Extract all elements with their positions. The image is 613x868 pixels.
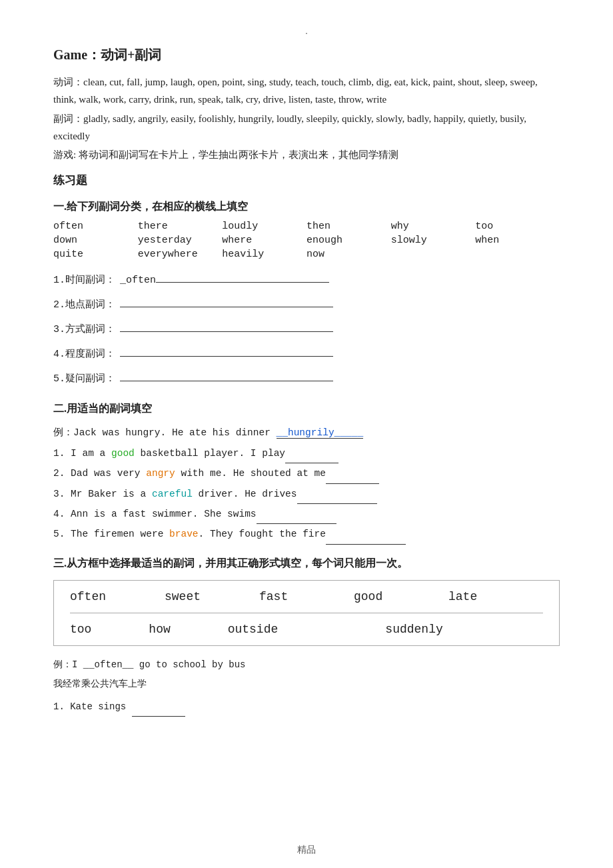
adverbs-label: 副词：	[53, 113, 83, 124]
example2-line2: 我经常乘公共汽车上学	[53, 675, 560, 694]
example-answer: __hungrily_____	[277, 427, 364, 439]
box-wrapper: often sweet fast good late too how outsi…	[53, 580, 560, 646]
part3-title: 三.从方框中选择最适当的副词，并用其正确形式填空，每个词只能用一次。	[53, 557, 560, 571]
word-9: where	[222, 235, 306, 246]
word-4: then	[306, 221, 391, 232]
word-10: enough	[306, 235, 391, 246]
adverbs-content: gladly, sadly, angrily, easily, foolishl…	[53, 113, 526, 141]
box-word-suddenly: suddenly	[385, 623, 543, 636]
word-15: heavily	[222, 249, 306, 260]
word-12: when	[475, 235, 560, 246]
sentence-4: 4. Ann is a fast swimmer. She swims	[53, 504, 560, 524]
word-13: quite	[53, 249, 138, 260]
word-grid: often there loudly then why too down yes…	[53, 221, 560, 260]
word-6: too	[475, 221, 560, 232]
example-intro: 例：Jack was hungry. He ate his dinner	[53, 427, 277, 438]
example2-lines: 例：I __often__ go to school by bus 我经常乘公共…	[53, 655, 560, 717]
game-rule: 游戏: 将动词和副词写在卡片上，学生抽出两张卡片，表演出来，其他同学猜测	[53, 146, 560, 163]
word-angry: angry	[146, 468, 175, 479]
game-section: Game：动词+副词 动词：clean, cut, fall, jump, la…	[53, 43, 560, 163]
box-word-how: how	[149, 623, 227, 636]
word-11: slowly	[391, 235, 476, 246]
verbs-content: clean, cut, fall, jump, laugh, open, poi…	[53, 77, 538, 105]
example-line: 例：Jack was hungry. He ate his dinner __h…	[53, 423, 560, 443]
cat-label-5: 5.疑问副词：	[53, 368, 120, 390]
game-title: Game：动词+副词	[53, 43, 560, 67]
cat-label-2: 2.地点副词：	[53, 294, 120, 316]
cat-label-1: 1.时间副词：	[53, 269, 120, 291]
box-row-2: too how outside suddenly	[54, 613, 559, 645]
box-word-sweet: sweet	[165, 590, 259, 603]
sentence-5: 5. The firemen were brave. They fought t…	[53, 524, 560, 544]
word-7: down	[53, 235, 138, 246]
sentence-3: 3. Mr Baker is a careful driver. He driv…	[53, 484, 560, 504]
section2-lines: 例：Jack was hungry. He ate his dinner __h…	[53, 423, 560, 545]
fill-line-4: 4.程度副词：	[53, 343, 560, 365]
word-8: yesterday	[138, 235, 223, 246]
underline-2	[120, 307, 333, 307]
underline-3	[120, 331, 333, 332]
box-word-often: often	[70, 590, 165, 603]
word-good: good	[111, 448, 135, 459]
word-5: why	[391, 221, 476, 232]
box-row-1: often sweet fast good late	[54, 581, 559, 613]
cat-label-4: 4.程度副词：	[53, 343, 120, 365]
fill-line-5: 5.疑问副词：	[53, 368, 560, 390]
box-word-outside: outside	[228, 623, 386, 636]
part1-title: 一.给下列副词分类，在相应的横线上填空	[53, 200, 560, 214]
part2-title: 二.用适当的副词填空	[53, 402, 560, 416]
word-careful: careful	[152, 489, 193, 499]
word-16: now	[306, 249, 391, 260]
cat-label-3: 3.方式副词：	[53, 319, 120, 341]
fill-lines: 1.时间副词： _often 2.地点副词： 3.方式副词： 4.程度副词： 5…	[53, 269, 560, 390]
underline-1	[156, 282, 329, 283]
blank-kate	[132, 716, 185, 717]
fill-line-3: 3.方式副词：	[53, 319, 560, 341]
dot-center: .	[53, 27, 560, 37]
underline-4	[120, 356, 333, 357]
part1: 一.给下列副词分类，在相应的横线上填空 often there loudly t…	[53, 200, 560, 390]
example2-line1: 例：I __often__ go to school by bus	[53, 655, 560, 675]
fill-line-1: 1.时间副词： _often	[53, 269, 560, 291]
box-word-fast: fast	[259, 590, 354, 603]
bottom-label: 精品	[297, 844, 316, 856]
box-word-late: late	[448, 590, 543, 603]
verbs-label: 动词：	[53, 77, 83, 87]
prefill-1: _often	[120, 269, 156, 291]
sentence-1: 1. I am a good basketball player. I play	[53, 443, 560, 463]
verbs-line: 动词：clean, cut, fall, jump, laugh, open, …	[53, 73, 560, 109]
adverbs-line: 副词：gladly, sadly, angrily, easily, fooli…	[53, 110, 560, 145]
exercise-title: 练习题	[53, 173, 560, 188]
underline-5	[120, 381, 333, 381]
word-brave: brave	[169, 529, 199, 539]
word-2: there	[138, 221, 223, 232]
part2: 二.用适当的副词填空 例：Jack was hungry. He ate his…	[53, 402, 560, 545]
box-word-too: too	[70, 623, 149, 636]
part3: 三.从方框中选择最适当的副词，并用其正确形式填空，每个词只能用一次。 often…	[53, 557, 560, 717]
blank-5	[326, 544, 406, 545]
box-word-good: good	[354, 590, 448, 603]
fill-sentence-1: 1. Kate sings	[53, 697, 560, 717]
word-3: loudly	[222, 221, 306, 232]
sentence-2: 2. Dad was very angry with me. He shoute…	[53, 463, 560, 483]
word-14: everywhere	[138, 249, 223, 260]
fill-line-2: 2.地点副词：	[53, 294, 560, 316]
word-1: often	[53, 221, 138, 232]
